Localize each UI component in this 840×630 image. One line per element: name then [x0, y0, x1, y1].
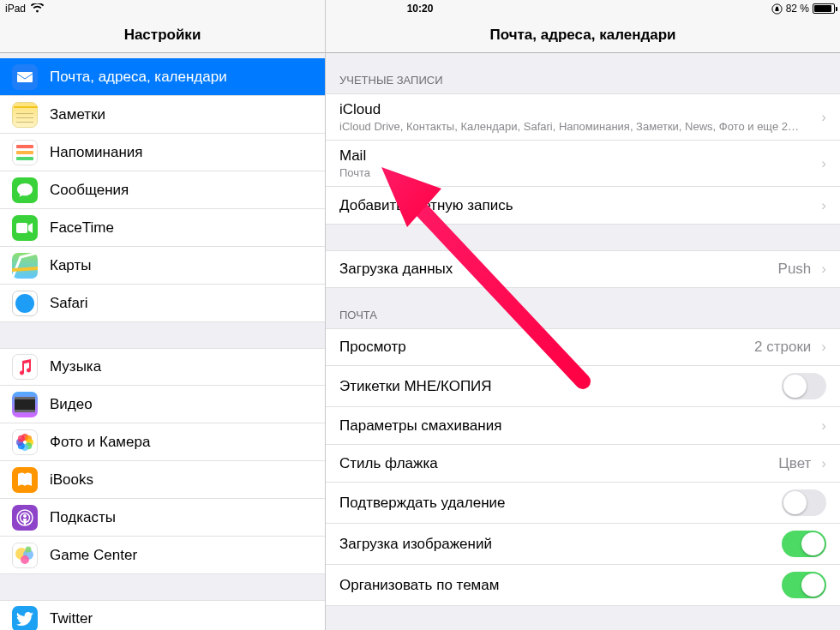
chevron-right-icon: ›: [821, 109, 826, 126]
organize-by-thread-row[interactable]: Организовать по темам: [326, 565, 840, 606]
notes-icon: [12, 102, 38, 128]
chevron-right-icon: ›: [821, 155, 826, 172]
row-title: Организовать по темам: [339, 577, 499, 594]
sidebar-label: Фото и Камера: [50, 434, 150, 451]
fetch-new-data-row[interactable]: Загрузка данных Push ›: [326, 250, 840, 288]
row-subtitle: Почта: [339, 166, 818, 179]
svg-rect-2: [16, 223, 27, 233]
to-cc-labels-row[interactable]: Этикетки МНЕ/КОПИЯ: [326, 366, 840, 407]
flag-style-row[interactable]: Стиль флажка Цвет ›: [326, 445, 840, 483]
sidebar-item-video[interactable]: Видео: [0, 386, 325, 423]
sidebar-label: Музыка: [50, 358, 101, 375]
photos-icon: [12, 429, 38, 455]
load-images-row[interactable]: Загрузка изображений: [326, 524, 840, 565]
sidebar-label: Safari: [50, 295, 87, 312]
row-title: Добавить учетную запись: [339, 197, 513, 214]
row-title: Параметры смахивания: [339, 417, 501, 435]
preview-row[interactable]: Просмотр 2 строки ›: [326, 328, 840, 366]
sidebar-item-safari[interactable]: Safari: [0, 285, 325, 322]
chevron-right-icon: ›: [821, 417, 826, 435]
detail-list[interactable]: УЧЕТНЫЕ ЗАПИСИ iCloud iCloud Drive, Конт…: [326, 53, 840, 630]
sidebar-label: Twitter: [50, 610, 93, 627]
chevron-right-icon: ›: [821, 339, 826, 356]
sidebar-label: Game Center: [50, 547, 137, 564]
chevron-right-icon: ›: [821, 197, 826, 214]
svg-rect-5: [15, 397, 35, 399]
confirm-delete-toggle[interactable]: [782, 489, 826, 516]
sidebar-label: Почта, адреса, календари: [50, 69, 227, 86]
chevron-right-icon: ›: [821, 261, 826, 278]
row-value: Push: [778, 261, 812, 278]
clock: 10:20: [407, 3, 434, 15]
sidebar-item-game-center[interactable]: Game Center: [0, 537, 325, 574]
sidebar-item-facetime[interactable]: FaceTime: [0, 209, 325, 247]
section-header-mail: ПОЧТА: [326, 288, 840, 328]
add-account-row[interactable]: Добавить учетную запись ›: [326, 187, 840, 225]
sidebar-label: FaceTime: [50, 219, 114, 237]
account-row-mail[interactable]: Mail Почта ›: [326, 141, 840, 187]
svg-rect-1: [17, 72, 33, 82]
wifi-icon: [31, 3, 44, 15]
sidebar-label: Сообщения: [50, 182, 129, 199]
row-title: iCloud: [339, 101, 818, 118]
video-icon: [12, 392, 38, 417]
sidebar-item-music[interactable]: Музыка: [0, 348, 325, 386]
sidebar-label: Напоминания: [50, 144, 143, 161]
status-bar: iPad 10:20 82 %: [0, 0, 840, 17]
detail-pane: Почта, адреса, календари УЧЕТНЫЕ ЗАПИСИ …: [326, 0, 840, 630]
sidebar-item-photos-camera[interactable]: Фото и Камера: [0, 423, 325, 461]
sidebar-item-ibooks[interactable]: iBooks: [0, 461, 325, 499]
row-title: Просмотр: [339, 339, 406, 356]
mail-icon: [12, 64, 38, 90]
ibooks-icon: [12, 467, 38, 493]
row-title: Этикетки МНЕ/КОПИЯ: [339, 378, 492, 395]
row-title: Загрузка данных: [339, 261, 453, 278]
safari-icon: [12, 291, 38, 316]
device-label: iPad: [5, 3, 26, 15]
sidebar-item-mail-contacts-calendars[interactable]: Почта, адреса, календари: [0, 58, 325, 96]
row-value: 2 строки: [754, 339, 811, 356]
messages-icon: [12, 177, 38, 203]
row-title: Стиль флажка: [339, 455, 438, 472]
battery-icon: [813, 3, 835, 14]
chevron-right-icon: ›: [821, 455, 826, 472]
sidebar-item-messages[interactable]: Сообщения: [0, 171, 325, 209]
settings-sidebar: Настройки Почта, адреса, календари Замет…: [0, 0, 326, 630]
podcasts-icon: [12, 505, 38, 531]
game-center-icon: [12, 543, 38, 568]
sidebar-label: iBooks: [50, 471, 93, 489]
row-title: Подтверждать удаление: [339, 495, 506, 512]
svg-point-14: [18, 435, 25, 441]
row-value: Цвет: [778, 455, 811, 472]
row-title: Загрузка изображений: [339, 536, 492, 553]
maps-icon: [12, 253, 38, 279]
facetime-icon: [12, 215, 38, 241]
svg-point-21: [26, 546, 32, 552]
row-title: Mail: [339, 147, 818, 165]
svg-point-3: [15, 294, 34, 313]
confirm-delete-row[interactable]: Подтверждать удаление: [326, 483, 840, 524]
to-cc-toggle[interactable]: [782, 373, 826, 399]
sidebar-item-notes[interactable]: Заметки: [0, 96, 325, 134]
svg-rect-4: [15, 399, 35, 411]
sidebar-label: Подкасты: [50, 509, 116, 526]
load-images-toggle[interactable]: [782, 531, 826, 557]
battery-percent: 82 %: [786, 3, 809, 15]
sidebar-list[interactable]: Почта, адреса, календари Заметки Напомин…: [0, 53, 325, 630]
sidebar-label: Карты: [50, 257, 91, 274]
section-header-accounts: УЧЕТНЫЕ ЗАПИСИ: [326, 53, 840, 93]
svg-point-17: [23, 514, 27, 518]
reminders-icon: [12, 140, 38, 165]
organize-toggle[interactable]: [782, 572, 826, 598]
sidebar-item-maps[interactable]: Карты: [0, 247, 325, 285]
orientation-lock-icon: [771, 3, 783, 15]
sidebar-label: Заметки: [50, 106, 105, 123]
swipe-options-row[interactable]: Параметры смахивания ›: [326, 407, 840, 445]
svg-rect-6: [15, 410, 35, 412]
twitter-icon: [12, 606, 38, 630]
sidebar-label: Видео: [50, 396, 93, 413]
account-row-icloud[interactable]: iCloud iCloud Drive, Контакты, Календари…: [326, 93, 840, 141]
sidebar-item-podcasts[interactable]: Подкасты: [0, 499, 325, 537]
sidebar-item-reminders[interactable]: Напоминания: [0, 134, 325, 171]
sidebar-item-twitter[interactable]: Twitter: [0, 600, 325, 630]
